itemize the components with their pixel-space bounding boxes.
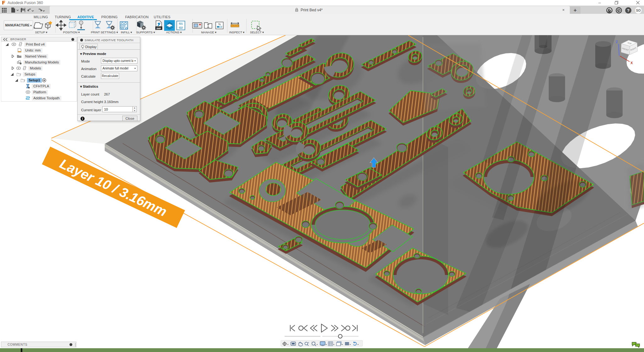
svg-text:?: ? (627, 8, 630, 13)
svg-text:Z: Z (616, 40, 618, 44)
svg-text:▾: ▾ (350, 344, 351, 345)
svg-text:SO: SO (636, 9, 641, 12)
svg-text:▾: ▾ (326, 344, 327, 345)
svg-text:▾: ▾ (358, 344, 358, 345)
svg-text:▾: ▾ (333, 344, 334, 345)
svg-text:±: ± (308, 341, 309, 344)
svg-text:G2: G2 (179, 26, 183, 29)
svg-text:%: % (218, 23, 221, 26)
svg-text:▾: ▾ (317, 344, 318, 345)
svg-text:G1: G1 (179, 22, 183, 25)
svg-text:▾: ▾ (342, 344, 343, 345)
svg-text:3MF: 3MF (156, 27, 161, 30)
svg-text:X: X (630, 61, 633, 65)
svg-text:▾: ▾ (287, 344, 288, 345)
